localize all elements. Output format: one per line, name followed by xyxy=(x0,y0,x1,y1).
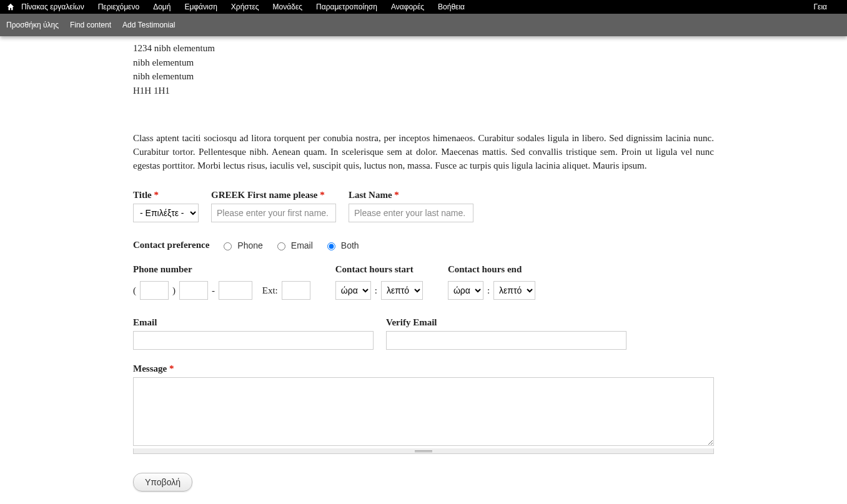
phone-ext[interactable] xyxy=(282,281,310,300)
firstname-label: GREEK First name please * xyxy=(211,190,336,200)
topbar-content[interactable]: Περιεχόμενο xyxy=(98,2,139,11)
verify-email-label: Verify Email xyxy=(386,317,627,328)
paren-close: ) xyxy=(172,285,176,296)
title-label: Title * xyxy=(133,190,199,200)
subbar-find-content[interactable]: Find content xyxy=(70,21,111,29)
radio-both-input[interactable] xyxy=(327,242,335,250)
intro-paragraph: Class aptent taciti sociosqu ad litora t… xyxy=(133,132,714,172)
radio-phone-input[interactable] xyxy=(224,242,232,250)
hours-start-hour[interactable]: ώρα xyxy=(335,281,371,300)
topbar-help[interactable]: Βοήθεια xyxy=(438,2,465,11)
message-label: Message * xyxy=(133,363,714,374)
lastname-label: Last Name * xyxy=(349,190,473,200)
hours-end-label: Contact hours end xyxy=(448,264,535,275)
firstname-input[interactable] xyxy=(211,204,336,222)
hours-end-minute[interactable]: λεπτό xyxy=(493,281,535,300)
message-textarea[interactable] xyxy=(133,377,714,446)
title-select[interactable]: - Επιλέξτε - xyxy=(133,204,199,222)
address-line: H1H 1H1 xyxy=(133,84,714,98)
phone-dash: - xyxy=(212,285,215,296)
topbar-hello[interactable]: Γεια xyxy=(813,2,827,11)
paren-open: ( xyxy=(133,285,136,296)
phone-prefix[interactable] xyxy=(179,281,208,300)
email-input[interactable] xyxy=(133,331,374,350)
hours-end-hour[interactable]: ώρα xyxy=(448,281,483,300)
topbar-reports[interactable]: Αναφορές xyxy=(391,2,424,11)
phone-label: Phone number xyxy=(133,264,310,275)
address-line: 1234 nibh elementum xyxy=(133,41,714,56)
topbar-people[interactable]: Χρήστες xyxy=(231,2,259,11)
contact-pref-label: Contact preference xyxy=(133,240,209,250)
hours-start-label: Contact hours start xyxy=(335,264,423,275)
time-colon: : xyxy=(375,285,377,296)
address-line: nibh elementum xyxy=(133,69,714,84)
topbar-modules[interactable]: Μονάδες xyxy=(273,2,302,11)
phone-area[interactable] xyxy=(140,281,169,300)
submit-button[interactable]: Υποβολή xyxy=(133,473,192,492)
subbar-add-content[interactable]: Προσθήκη ύλης xyxy=(6,21,59,29)
admin-subbar: Προσθήκη ύλης Find content Add Testimoni… xyxy=(0,14,847,36)
address-line: nibh elementum xyxy=(133,56,714,70)
home-icon[interactable] xyxy=(6,2,15,11)
lastname-input[interactable] xyxy=(349,204,473,222)
topbar-appearance[interactable]: Εμφάνιση xyxy=(184,2,217,11)
ext-label: Ext: xyxy=(262,285,278,296)
address-block: 1234 nibh elementum nibh elementum nibh … xyxy=(133,41,714,97)
email-label: Email xyxy=(133,317,374,328)
topbar-structure[interactable]: Δομή xyxy=(153,2,171,11)
time-colon: : xyxy=(487,285,490,296)
radio-email[interactable]: Email xyxy=(274,240,313,250)
hours-start-minute[interactable]: λεπτό xyxy=(381,281,423,300)
page-content: 1234 nibh elementum nibh elementum nibh … xyxy=(133,36,714,504)
radio-phone[interactable]: Phone xyxy=(220,240,262,250)
phone-line[interactable] xyxy=(219,281,252,300)
subbar-add-testimonial[interactable]: Add Testimonial xyxy=(122,21,176,29)
verify-email-input[interactable] xyxy=(386,331,627,350)
topbar-configuration[interactable]: Παραμετροποίηση xyxy=(316,2,377,11)
radio-email-input[interactable] xyxy=(277,242,285,250)
radio-both[interactable]: Both xyxy=(324,240,359,250)
textarea-grippie[interactable] xyxy=(133,448,714,454)
topbar-dashboard[interactable]: Πίνακας εργαλείων xyxy=(21,2,84,11)
admin-topbar: Πίνακας εργαλείων Περιεχόμενο Δομή Εμφάν… xyxy=(0,0,847,14)
